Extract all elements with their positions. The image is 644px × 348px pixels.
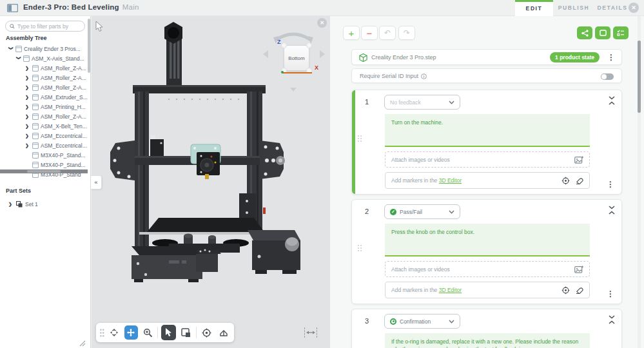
window-close-icon[interactable]: ✕ — [629, 3, 639, 13]
markers-row[interactable]: Add markers in the 3D Editor — [385, 172, 590, 189]
tree-item[interactable]: ❯ ASM_Roller_Z-A... — [0, 73, 91, 82]
sidebar-horizontal-scrollbar[interactable] — [0, 169, 88, 173]
tree-item[interactable]: ❯ ASM_Roller_Z-A... — [0, 63, 91, 73]
sidebar-collapse-button[interactable]: « — [91, 175, 102, 189]
tab-edit[interactable]: EDIT — [515, 0, 553, 16]
chevron-icon[interactable]: ❯ — [25, 104, 30, 109]
product-overflow-menu[interactable]: ⋮ — [607, 53, 615, 61]
chevron-icon[interactable]: ❯ — [25, 84, 30, 90]
panel-scrollbar[interactable] — [638, 16, 641, 348]
serial-id-toggle[interactable] — [601, 73, 614, 80]
box-select-icon[interactable] — [179, 325, 193, 340]
fit-width-icon[interactable] — [304, 327, 317, 338]
collapse-step-icon[interactable] — [609, 206, 615, 215]
3d-viewport[interactable]: ✕ Bottom Z X — [92, 16, 330, 348]
chevron-icon[interactable]: ❯ — [25, 113, 30, 119]
tree-item[interactable]: ❯ ASM_Extruder_S... — [0, 92, 91, 102]
step-overflow-menu[interactable]: ⋮ — [607, 287, 614, 299]
step-card[interactable]: 1 No feedback Turn on the machine. Attac… — [351, 90, 622, 195]
step-card[interactable]: 2 Pass/Fail Press the knob on the contro… — [351, 199, 622, 304]
drag-handle-icon[interactable] — [100, 329, 104, 337]
view-cube[interactable]: Bottom Z X — [258, 26, 329, 97]
part-sets-title: Part Sets — [6, 188, 31, 194]
chevron-icon[interactable]: ❯ — [25, 65, 30, 70]
collapse-step-icon[interactable] — [609, 315, 615, 324]
chevron-icon[interactable]: ❯ — [8, 46, 14, 52]
document-title: Ender-3 Pro: Bed Leveling — [23, 3, 119, 11]
marker-stamp-icon[interactable] — [575, 177, 583, 184]
remove-step-button[interactable]: − — [361, 26, 378, 40]
redo-button[interactable]: ↷ — [398, 26, 415, 40]
focus-target-icon[interactable] — [561, 177, 570, 185]
attach-media-dropzone[interactable]: Attach images or videos — [385, 151, 590, 168]
select-cursor-icon[interactable] — [161, 325, 176, 340]
tree-item[interactable]: ❯ ASM_Eccentrical... — [0, 140, 91, 150]
section-icon[interactable] — [217, 325, 230, 340]
assembly-doc-icon — [32, 75, 39, 81]
tree-item[interactable]: ❯ ASM_Printing_H... — [0, 102, 91, 111]
app-layout-icon — [7, 4, 18, 12]
parts-filter-search[interactable] — [5, 21, 85, 32]
product-card[interactable]: Creality Ender 3 Pro.step 1 product stat… — [351, 49, 622, 65]
chevron-icon[interactable]: ❯ — [25, 142, 30, 148]
checklist-icon — [617, 30, 625, 37]
resize-grip-icon[interactable] — [79, 340, 85, 346]
part-set-item[interactable]: ❯ Set 1 — [8, 199, 38, 209]
attach-media-dropzone[interactable]: Attach images or videos — [385, 261, 590, 277]
chevron-icon[interactable]: ❯ — [25, 123, 30, 128]
feedback-type-dropdown[interactable]: No feedback — [384, 95, 460, 110]
step-instruction-text[interactable]: If the o-ring is damaged, replace it wit… — [385, 333, 590, 348]
orbit-icon[interactable] — [108, 325, 121, 340]
3d-editor-link[interactable]: 3D Editor — [439, 177, 462, 184]
pan-icon[interactable] — [124, 325, 138, 340]
tree-item[interactable]: ❯ ASM_X-Belt_Ten... — [0, 121, 91, 131]
info-icon[interactable] — [421, 73, 427, 79]
step-instruction-text[interactable]: Turn on the machine. — [385, 114, 590, 147]
chevron-icon[interactable]: ❯ — [16, 56, 21, 61]
3d-editor-link[interactable]: 3D Editor — [439, 287, 462, 293]
display-button[interactable] — [595, 26, 610, 39]
feedback-type-dropdown[interactable]: Pass/Fail — [384, 204, 460, 219]
zoom-icon[interactable] — [141, 325, 155, 340]
step-overflow-menu[interactable]: ⋮ — [607, 178, 614, 189]
tree-item[interactable]: ❯ ASM_Roller_Z-A... — [0, 111, 91, 121]
search-input[interactable] — [17, 23, 81, 30]
focus-target-icon[interactable] — [561, 286, 570, 295]
serial-id-card: Require Serial ID Input — [351, 68, 622, 83]
tree-item[interactable]: ❯ ASM_Eccentrical... — [0, 131, 91, 140]
checklist-button[interactable] — [613, 26, 629, 39]
step-card[interactable]: 3 Confirmation If the o-ring is damaged,… — [351, 309, 622, 348]
feedback-type-dropdown[interactable]: Confirmation — [384, 314, 460, 329]
view-cube-corner — [306, 43, 312, 48]
markers-label: Add markers in the 3D Editor — [391, 177, 556, 184]
assembly-doc-icon — [32, 84, 39, 91]
undo-button[interactable]: ↶ — [379, 26, 396, 40]
share-button[interactable] — [577, 26, 592, 39]
product-state-badge[interactable]: 1 product state — [550, 52, 600, 63]
tab-publish[interactable]: PUBLISH — [554, 0, 593, 16]
tree-item[interactable]: ❯ ASM_X-Axis_Stand... — [0, 53, 91, 63]
assembly-doc-icon — [32, 123, 39, 130]
add-step-button[interactable]: + — [343, 26, 360, 40]
tree-item[interactable]: ❯ ASM_Roller_Z-A... — [0, 82, 91, 92]
tab-details[interactable]: DETAILS — [593, 0, 632, 16]
chevron-right-icon[interactable]: ❯ — [8, 202, 14, 207]
step-drag-handle-icon[interactable] — [358, 245, 362, 253]
markers-row[interactable]: Add markers in the 3D Editor — [385, 282, 590, 298]
chevron-icon[interactable]: ❯ — [25, 133, 30, 138]
tree-item[interactable]: ❯ Creality Ender 3 Pros... — [0, 44, 91, 53]
tree-item[interactable]: ❯ M3X40-P_Stand... — [0, 150, 91, 160]
step-instruction-text[interactable]: Press the knob on the control box. — [385, 224, 590, 256]
collapse-step-icon[interactable] — [609, 96, 615, 105]
chevron-icon[interactable]: ❯ — [25, 94, 30, 99]
tree-item-label: ASM_Printing_H... — [41, 104, 86, 110]
assembly-doc-icon — [32, 142, 39, 149]
view-cube-face[interactable]: Bottom — [284, 45, 309, 71]
tree-item[interactable]: ❯ M3X40-P_Stand... — [0, 160, 91, 169]
marker-stamp-icon[interactable] — [575, 286, 583, 294]
focus-target-icon[interactable] — [200, 325, 213, 340]
tree-item-label: ASM_Eccentrical... — [41, 142, 87, 149]
chevron-icon[interactable]: ❯ — [25, 75, 30, 80]
step-drag-handle-icon[interactable] — [358, 135, 362, 144]
step-editor-panel: + − ↶ ↷ ⋮ Creality Ender 3 Pro.step 1 pr… — [330, 16, 644, 348]
